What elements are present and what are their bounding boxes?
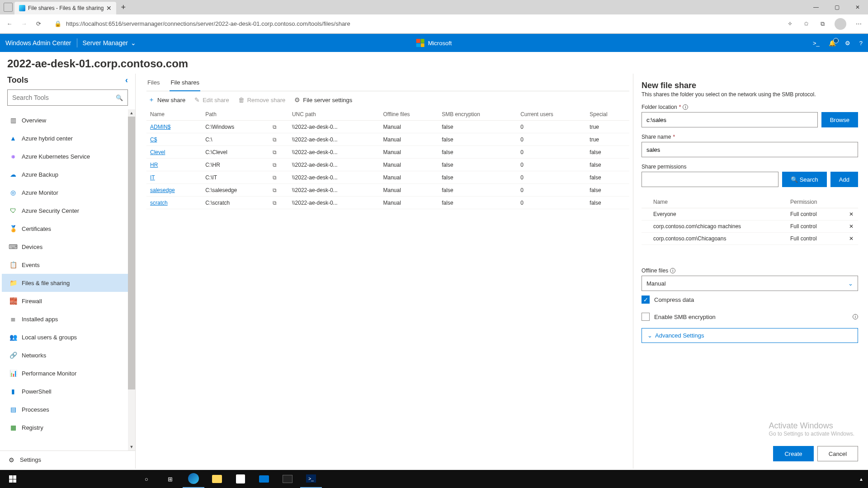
tab-file-shares[interactable]: File shares bbox=[170, 74, 200, 91]
cancel-button[interactable]: Cancel bbox=[817, 446, 858, 461]
info-icon[interactable]: i bbox=[683, 104, 688, 110]
info-icon[interactable]: i bbox=[670, 268, 675, 273]
search-taskbar-icon[interactable]: ○ bbox=[136, 470, 157, 488]
sidebar-item-azure-security-center[interactable]: 🛡Azure Security Center bbox=[2, 202, 128, 220]
sidebar-item-devices[interactable]: ⌨Devices bbox=[2, 238, 128, 256]
table-row[interactable]: salesedgeC:\salesedge⧉\\2022-ae-desk-0..… bbox=[146, 184, 629, 197]
search-icon[interactable]: 🔍 bbox=[116, 94, 123, 101]
remove-permission-icon[interactable]: ✕ bbox=[844, 235, 858, 242]
search-button[interactable]: 🔍 Search bbox=[782, 172, 827, 187]
table-row[interactable]: HRC:\HR⧉\\2022-ae-desk-0...Manualfalse0f… bbox=[146, 159, 629, 171]
search-input-wrap[interactable]: 🔍 bbox=[7, 89, 128, 106]
share-link[interactable]: Clevel bbox=[150, 149, 165, 155]
share-link[interactable]: salesedge bbox=[150, 187, 175, 193]
sidebar-item-overview[interactable]: ▥Overview bbox=[2, 111, 128, 129]
create-button[interactable]: Create bbox=[773, 446, 814, 461]
table-row[interactable]: scratchC:\scratch⧉\\2022-ae-desk-0...Man… bbox=[146, 197, 629, 209]
scroll-up-icon[interactable]: ▲ bbox=[128, 109, 135, 117]
remove-permission-icon[interactable]: ✕ bbox=[844, 223, 858, 230]
sidebar-item-performance-monitor[interactable]: 📊Performance Monitor bbox=[2, 364, 128, 382]
favorite-icon[interactable]: ✩ bbox=[802, 20, 810, 28]
sidebar-item-firewall[interactable]: 🧱Firewall bbox=[2, 292, 128, 310]
edge-taskbar-icon[interactable] bbox=[183, 470, 204, 488]
profile-avatar[interactable] bbox=[835, 18, 846, 30]
start-icon[interactable] bbox=[2, 470, 24, 488]
advanced-settings-button[interactable]: ⌄ Advanced Settings bbox=[642, 328, 858, 343]
browser-tab[interactable]: File shares - Files & file sharing ✕ bbox=[14, 2, 116, 14]
sidebar-item-local-users-groups[interactable]: 👥Local users & groups bbox=[2, 328, 128, 346]
share-link[interactable]: ADMIN$ bbox=[150, 124, 170, 130]
store-taskbar-icon[interactable] bbox=[230, 470, 251, 488]
sidebar-settings[interactable]: ⚙ Settings bbox=[0, 450, 135, 469]
sidebar-item-azure-hybrid-center[interactable]: ▲Azure hybrid center bbox=[2, 129, 128, 147]
maximize-icon[interactable]: ▢ bbox=[826, 0, 847, 14]
minimize-icon[interactable]: — bbox=[806, 0, 826, 14]
settings-icon[interactable]: ⚙ bbox=[845, 40, 850, 47]
sidebar-item-registry[interactable]: ▦Registry bbox=[2, 418, 128, 436]
product-name[interactable]: Windows Admin Center bbox=[5, 39, 71, 47]
table-row[interactable]: C$C:\⧉\\2022-ae-desk-0...Manualfalse0tru… bbox=[146, 133, 629, 146]
copy-icon[interactable]: ⧉ bbox=[273, 162, 277, 168]
help-icon[interactable]: ? bbox=[859, 40, 863, 47]
copy-icon[interactable]: ⧉ bbox=[273, 200, 277, 206]
share-link[interactable]: IT bbox=[150, 174, 155, 181]
sidebar-item-networks[interactable]: 🔗Networks bbox=[2, 346, 128, 364]
close-window-icon[interactable]: ✕ bbox=[847, 0, 868, 14]
col-header[interactable]: SMB encryption bbox=[438, 108, 517, 121]
scroll-down-icon[interactable]: ▼ bbox=[128, 443, 135, 450]
tab-files[interactable]: Files bbox=[146, 74, 160, 91]
sidebar-item-azure-backup[interactable]: ☁Azure Backup bbox=[2, 165, 128, 183]
file-server-settings-button[interactable]: ⚙ File server settings bbox=[294, 96, 352, 103]
close-tab-icon[interactable]: ✕ bbox=[106, 5, 112, 12]
refresh-icon[interactable]: ⟳ bbox=[34, 20, 42, 28]
copy-icon[interactable]: ⧉ bbox=[273, 187, 277, 193]
col-header[interactable]: Path bbox=[202, 108, 269, 121]
collapse-sidebar-icon[interactable]: ‹ bbox=[125, 75, 128, 85]
permission-search-input[interactable] bbox=[642, 172, 778, 187]
copy-icon[interactable]: ⧉ bbox=[273, 149, 277, 155]
sidebar-item-certificates[interactable]: 🏅Certificates bbox=[2, 220, 128, 238]
powershell-icon[interactable]: >_ bbox=[813, 40, 820, 47]
table-row[interactable]: ITC:\IT⧉\\2022-ae-desk-0...Manualfalse0f… bbox=[146, 171, 629, 184]
share-name-input[interactable] bbox=[642, 142, 858, 157]
smb-encryption-checkbox[interactable] bbox=[642, 313, 650, 321]
col-header[interactable]: Offline files bbox=[379, 108, 438, 121]
compress-checkbox[interactable]: ✓ bbox=[642, 296, 650, 304]
notification-icon[interactable]: 🔔 bbox=[829, 40, 836, 47]
col-header[interactable]: Name bbox=[146, 108, 202, 121]
sidebar-item-powershell[interactable]: ▮PowerShell bbox=[2, 382, 128, 400]
share-link[interactable]: scratch bbox=[150, 200, 168, 206]
show-desktop-icon[interactable]: ▲ bbox=[857, 475, 865, 483]
browse-button[interactable]: Browse bbox=[821, 112, 858, 127]
menu-icon[interactable]: ⋯ bbox=[854, 20, 863, 28]
new-tab-icon[interactable]: + bbox=[121, 3, 126, 12]
address-bar[interactable]: 🔒 https://localhost:6516/servermanager/c… bbox=[49, 17, 779, 31]
sidebar-item-files-file-sharing[interactable]: 📁Files & file sharing bbox=[2, 274, 128, 292]
table-row[interactable]: ADMIN$C:\Windows⧉\\2022-ae-desk-0...Manu… bbox=[146, 121, 629, 133]
reading-icon[interactable]: ✧ bbox=[786, 20, 794, 28]
sidebar-item-azure-kubernetes-service[interactable]: ⎈Azure Kubernetes Service bbox=[2, 147, 128, 165]
copy-icon[interactable]: ⧉ bbox=[273, 136, 277, 143]
sidebar-item-events[interactable]: 📋Events bbox=[2, 256, 128, 274]
col-header[interactable]: UNC path bbox=[288, 108, 380, 121]
info-icon[interactable]: i bbox=[853, 314, 858, 319]
folder-location-input[interactable] bbox=[642, 112, 818, 127]
sidebar-item-processes[interactable]: ▤Processes bbox=[2, 400, 128, 418]
module-dropdown[interactable]: Server Manager ⌄ bbox=[83, 39, 136, 47]
remove-permission-icon[interactable]: ✕ bbox=[844, 211, 858, 217]
taskview-icon[interactable]: ⊞ bbox=[159, 470, 181, 488]
powershell-taskbar-icon[interactable]: >_ bbox=[300, 470, 322, 488]
explorer-taskbar-icon[interactable] bbox=[206, 470, 228, 488]
back-icon[interactable]: ← bbox=[5, 20, 14, 28]
copy-icon[interactable]: ⧉ bbox=[273, 174, 277, 181]
add-button[interactable]: Add bbox=[830, 172, 858, 187]
col-header[interactable] bbox=[269, 108, 288, 121]
new-share-button[interactable]: ＋ New share bbox=[148, 96, 185, 104]
share-link[interactable]: HR bbox=[150, 162, 158, 168]
offline-files-select[interactable]: Manual ⌄ bbox=[642, 276, 858, 291]
search-tools-input[interactable] bbox=[12, 94, 116, 101]
collections-icon[interactable]: ⧉ bbox=[818, 20, 826, 28]
share-link[interactable]: C$ bbox=[150, 136, 157, 143]
col-header[interactable]: Special bbox=[586, 108, 629, 121]
table-row[interactable]: ClevelC:\Clevel⧉\\2022-ae-desk-0...Manua… bbox=[146, 146, 629, 159]
